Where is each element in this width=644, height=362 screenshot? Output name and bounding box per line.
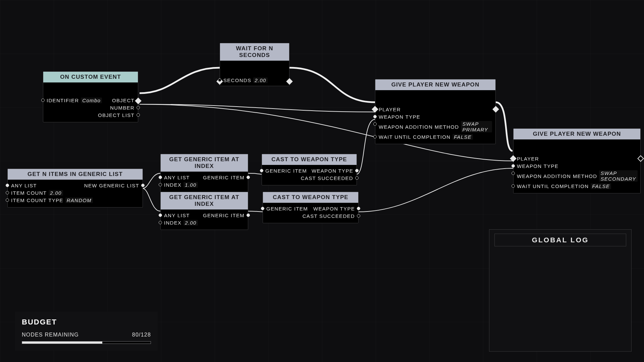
port-in[interactable] — [512, 184, 515, 188]
input-value[interactable]: 2.00 — [253, 77, 267, 83]
input-label: SECONDS — [223, 77, 251, 83]
budget-title: BUDGET — [22, 318, 151, 326]
port-out-type[interactable] — [355, 169, 359, 172]
node-title: CAST TO WEAPON TYPE — [263, 192, 358, 203]
input-value[interactable]: SWAP PRIMARY — [461, 121, 492, 132]
input-label: INDEX — [164, 220, 181, 226]
input-value[interactable]: SWAP SECONDARY — [599, 170, 637, 182]
node-title: ON CUSTOM EVENT — [43, 72, 138, 82]
input-label: GENERIC ITEM — [265, 168, 307, 174]
input-label: IDENTIFIER — [47, 98, 79, 103]
port-out-success[interactable] — [355, 176, 359, 180]
port-in[interactable] — [41, 99, 45, 102]
node-on-custom-event[interactable]: ON CUSTOM EVENT IDENTIFIER Combo OBJECT … — [43, 71, 138, 122]
input-label: ANY LIST — [164, 175, 190, 180]
port-in[interactable] — [6, 191, 9, 194]
port-in-player[interactable] — [373, 108, 377, 111]
input-label: ANY LIST — [11, 183, 37, 188]
input-label: WAIT UNTIL COMPLETION — [517, 183, 589, 189]
node-title: GET GENERIC ITEM AT INDEX — [161, 154, 248, 172]
budget-value: 80/128 — [132, 332, 151, 338]
port-in[interactable] — [159, 176, 162, 179]
input-label: GENERIC ITEM — [266, 206, 308, 212]
budget-label: NODES REMAINING — [22, 332, 79, 338]
port-out[interactable] — [247, 176, 250, 179]
output-label: GENERIC ITEM — [203, 175, 245, 180]
input-label: ITEM COUNT TYPE — [11, 197, 63, 203]
input-value[interactable]: FALSE — [591, 183, 611, 189]
node-cast-to-weapon-type-1[interactable]: CAST TO WEAPON TYPE GENERIC ITEM WEAPON … — [262, 154, 357, 185]
node-wait-for-n-seconds[interactable]: WAIT FOR N SECONDS SECONDS 2.00 — [220, 43, 289, 86]
node-title: GET N ITEMS IN GENERIC LIST — [8, 169, 143, 180]
output-label: CAST SUCCEEDED — [301, 175, 353, 181]
global-log-panel: GLOBAL LOG — [489, 229, 632, 352]
input-label: ITEM COUNT — [11, 190, 47, 196]
output-label: NEW GENERIC LIST — [84, 183, 139, 188]
port-out[interactable] — [247, 214, 250, 217]
input-value[interactable]: 1.00 — [183, 182, 198, 188]
port-in-weapon-type[interactable] — [373, 115, 377, 118]
port-in[interactable] — [373, 135, 377, 138]
port-out-new-list[interactable] — [141, 184, 145, 187]
output-label: CAST SUCCEEDED — [303, 213, 355, 219]
port-out-object-list[interactable] — [137, 113, 140, 117]
port-in-player[interactable] — [512, 157, 515, 160]
port-out-number[interactable] — [137, 106, 140, 109]
node-title: GIVE PLAYER NEW WEAPON — [514, 129, 640, 139]
port-in[interactable] — [159, 183, 162, 186]
node-give-player-new-weapon-2[interactable]: GIVE PLAYER NEW WEAPON PLAYER WEAPON TYP… — [513, 128, 641, 193]
port-in-weapon-type[interactable] — [512, 164, 515, 168]
port-in[interactable] — [6, 198, 9, 202]
input-label: INDEX — [164, 182, 181, 188]
input-value[interactable]: Combo — [81, 98, 102, 103]
input-value[interactable]: FALSE — [452, 134, 473, 140]
port-in[interactable] — [261, 207, 264, 210]
budget-panel: BUDGET NODES REMAINING 80/128 — [15, 312, 158, 351]
port-in[interactable] — [159, 221, 162, 224]
node-get-n-items[interactable]: GET N ITEMS IN GENERIC LIST ANY LIST NEW… — [7, 169, 143, 207]
port-out-success[interactable] — [357, 214, 360, 218]
input-label: PLAYER — [517, 156, 539, 162]
node-cast-to-weapon-type-2[interactable]: CAST TO WEAPON TYPE GENERIC ITEM WEAPON … — [263, 192, 359, 223]
input-label: WAIT UNTIL COMPLETION — [379, 134, 450, 140]
port-in[interactable] — [373, 122, 377, 126]
node-canvas[interactable]: ON CUSTOM EVENT IDENTIFIER Combo OBJECT … — [0, 0, 644, 362]
node-get-item-at-index-2[interactable]: GET GENERIC ITEM AT INDEX ANY LIST GENER… — [160, 192, 248, 230]
input-label: WEAPON TYPE — [517, 163, 558, 169]
input-label: ANY LIST — [164, 213, 190, 218]
node-title: GIVE PLAYER NEW WEAPON — [375, 79, 495, 90]
global-log-title: GLOBAL LOG — [494, 234, 626, 246]
port-in[interactable] — [159, 214, 162, 217]
port-in[interactable] — [512, 172, 515, 175]
output-label: OBJECT — [112, 98, 135, 103]
input-label: WEAPON ADDITION METHOD — [517, 173, 597, 179]
node-title: WAIT FOR N SECONDS — [220, 43, 289, 61]
port-out-type[interactable] — [357, 207, 360, 210]
output-label: NUMBER — [110, 105, 135, 111]
input-value[interactable]: 2.00 — [49, 190, 63, 196]
budget-bar-fill — [22, 342, 102, 344]
budget-bar — [22, 341, 151, 344]
input-label: WEAPON TYPE — [379, 114, 420, 120]
port-out-object[interactable] — [137, 99, 140, 102]
input-label: PLAYER — [379, 107, 401, 112]
input-value[interactable]: RANDOM — [65, 197, 93, 203]
output-label: WEAPON TYPE — [312, 168, 353, 174]
port-in[interactable] — [260, 169, 263, 172]
node-get-item-at-index-1[interactable]: GET GENERIC ITEM AT INDEX ANY LIST GENER… — [160, 154, 248, 192]
node-title: GET GENERIC ITEM AT INDEX — [161, 192, 248, 209]
output-label: GENERIC ITEM — [203, 213, 245, 218]
output-label: OBJECT LIST — [98, 112, 135, 118]
input-label: WEAPON ADDITION METHOD — [379, 124, 459, 130]
port-in[interactable] — [6, 184, 9, 187]
node-give-player-new-weapon-1[interactable]: GIVE PLAYER NEW WEAPON PLAYER WEAPON TYP… — [375, 79, 496, 144]
output-label: WEAPON TYPE — [313, 206, 355, 212]
node-title: CAST TO WEAPON TYPE — [262, 154, 357, 165]
port-in[interactable] — [218, 78, 221, 82]
input-value[interactable]: 2.00 — [183, 220, 198, 226]
